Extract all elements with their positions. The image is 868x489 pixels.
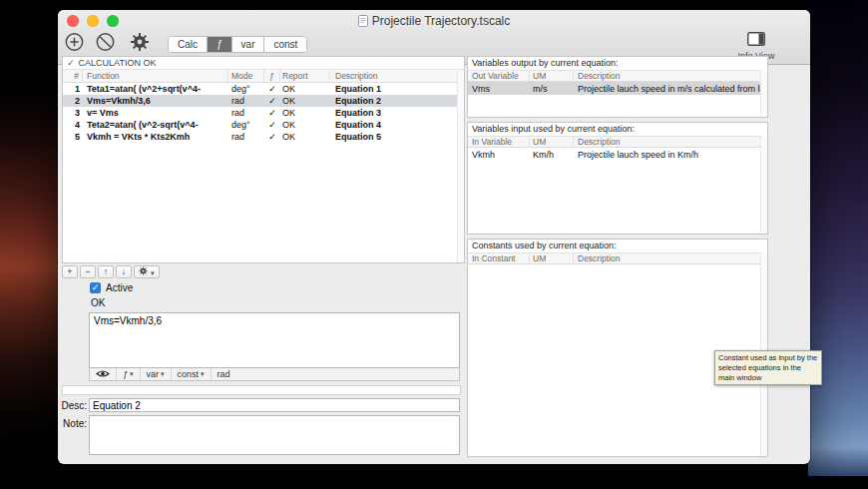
var-dropdown[interactable]: var ▾ <box>141 368 172 380</box>
cell: 2 <box>63 96 83 106</box>
app-window: Projectile Trajectory.tscalc Add Delete <box>58 10 810 464</box>
cell: ✓ <box>264 96 280 106</box>
segment-Calc[interactable]: Calc <box>169 37 208 52</box>
cell: Equation 3 <box>330 108 464 118</box>
move-down-button[interactable]: ↓ <box>116 265 132 278</box>
actions-gear-button[interactable]: ▾ <box>134 265 160 278</box>
cell: OK <box>280 132 330 142</box>
equation-row[interactable]: 2Vms=Vkmh/3,6rad✓OKEquation 2 <box>63 95 464 107</box>
remove-row-button[interactable]: − <box>80 265 96 278</box>
column-header[interactable]: In Variable <box>468 137 530 147</box>
note-label: Note: <box>60 418 87 429</box>
equation-status: OK <box>91 297 105 308</box>
cell: Vms=Vkmh/3,6 <box>83 96 228 106</box>
column-header[interactable]: ƒ <box>264 70 280 82</box>
column-header[interactable]: Report <box>280 70 330 82</box>
chevron-down-icon: ▾ <box>151 269 155 276</box>
equations-body: 1Teta1=atan( (v^2+sqrt(v^4-deg°✓OKEquati… <box>63 83 464 143</box>
desc-input[interactable] <box>89 398 460 412</box>
const-dropdown[interactable]: const ▾ <box>172 368 212 380</box>
cell: Equation 2 <box>330 96 464 106</box>
cell: Projectile lauch speed in Km/h <box>574 150 767 160</box>
move-up-button[interactable]: ↑ <box>98 265 114 278</box>
fx-dropdown-label: ƒ <box>123 369 128 379</box>
cell: 4 <box>63 120 83 130</box>
active-row: ✓ Active <box>90 282 133 293</box>
cell: Teta2=atan( (v^2-sqrt(v^4- <box>83 120 228 130</box>
minimize-button[interactable] <box>87 15 99 27</box>
calculation-status: ✓ CALCULATION OK <box>63 57 464 70</box>
cell: v= Vms <box>83 108 228 118</box>
segment-ƒ[interactable]: ƒ <box>208 37 232 52</box>
window-title-text: Projectile Trajectory.tscalc <box>372 14 511 28</box>
close-button[interactable] <box>67 15 79 27</box>
column-header[interactable]: Function <box>83 70 228 82</box>
equation-editor[interactable]: Vms=Vkmh/3,6 <box>89 312 460 368</box>
var-dropdown-label: var <box>147 369 160 379</box>
cell: rad <box>228 108 264 118</box>
column-header[interactable]: Description <box>574 253 767 263</box>
cell: Vkmh <box>468 150 530 160</box>
cell: 3 <box>63 108 83 118</box>
equation-row[interactable]: 3v= Vmsrad✓OKEquation 3 <box>63 107 464 119</box>
gear-icon <box>139 267 148 277</box>
cell: ✓ <box>264 132 280 142</box>
equation-row[interactable]: 5Vkmh = VKts * Kts2Kmhrad✓OKEquation 5 <box>63 131 464 143</box>
info-view-icon <box>747 32 765 50</box>
cell: deg° <box>228 120 264 130</box>
panel-title: Constants used by current equation: <box>468 240 767 252</box>
column-header[interactable]: Mode <box>228 70 264 82</box>
add-row-button[interactable]: + <box>62 265 78 278</box>
zoom-button[interactable] <box>107 15 119 27</box>
cell: OK <box>280 120 330 130</box>
preview-button[interactable] <box>90 368 117 380</box>
column-header[interactable]: UM <box>530 253 574 263</box>
segment-var[interactable]: var <box>232 37 265 52</box>
panel-title: Variables output by current equation: <box>468 57 767 70</box>
segment-const[interactable]: const <box>264 37 306 52</box>
wallpaper-right <box>808 0 868 476</box>
column-header[interactable]: UM <box>530 137 574 147</box>
column-header[interactable]: UM <box>530 71 574 81</box>
cell: Equation 5 <box>330 132 464 142</box>
scrollbar[interactable] <box>457 71 464 262</box>
scrollbar[interactable] <box>760 136 767 234</box>
cell: ✓ <box>264 84 280 94</box>
list-toolbar: + − ↑ ↓ ▾ <box>62 265 160 278</box>
titlebar[interactable]: Projectile Trajectory.tscalc <box>58 10 810 31</box>
equations-header: #FunctionModeƒReportDescription <box>63 70 464 83</box>
cell: deg° <box>228 84 264 94</box>
active-checkbox[interactable]: ✓ <box>90 282 101 293</box>
info-row[interactable]: Vmsm/sProjectile lauch speed in m/s calc… <box>468 82 767 95</box>
equation-row[interactable]: 1Teta1=atan( (v^2+sqrt(v^4-deg°✓OKEquati… <box>63 83 464 95</box>
view-segmented-control: Calcƒvarconst <box>168 36 307 53</box>
active-label: Active <box>106 282 133 293</box>
column-header[interactable]: Out Variable <box>468 71 530 81</box>
column-header[interactable]: Description <box>574 71 767 81</box>
fx-dropdown[interactable]: ƒ ▾ <box>117 368 141 380</box>
column-header[interactable]: Description <box>574 137 767 147</box>
equations-table: ✓ CALCULATION OK #FunctionModeƒReportDes… <box>62 56 465 263</box>
info-panels: Variables output by current equation:Out… <box>467 56 768 457</box>
cell: Vkmh = VKts * Kts2Kmh <box>83 132 228 142</box>
chevron-down-icon: ▾ <box>201 370 205 378</box>
panel-header: Out VariableUMDescription <box>468 70 767 82</box>
cell: rad <box>228 96 264 106</box>
info-row[interactable]: VkmhKm/hProjectile lauch speed in Km/h <box>468 148 767 161</box>
column-header[interactable]: Description <box>330 70 464 82</box>
equation-row[interactable]: 4Teta2=atan( (v^2-sqrt(v^4-deg°✓OKEquati… <box>63 119 464 131</box>
angle-mode-label: rad <box>212 368 236 380</box>
cell: 1 <box>63 84 83 94</box>
column-header[interactable]: # <box>63 70 83 82</box>
panel-header: In ConstantUMDescription <box>468 252 767 264</box>
delete-icon <box>95 32 116 56</box>
chevron-down-icon: ▾ <box>161 370 165 378</box>
cell: Km/h <box>530 150 574 160</box>
scrollbar[interactable] <box>760 70 767 117</box>
column-header[interactable]: In Constant <box>468 253 530 263</box>
chevron-down-icon: ▾ <box>130 370 134 378</box>
wallpaper-left <box>0 0 60 476</box>
cell: OK <box>280 84 330 94</box>
note-input[interactable] <box>89 415 460 455</box>
wallpaper-bottom-bar <box>0 476 868 489</box>
